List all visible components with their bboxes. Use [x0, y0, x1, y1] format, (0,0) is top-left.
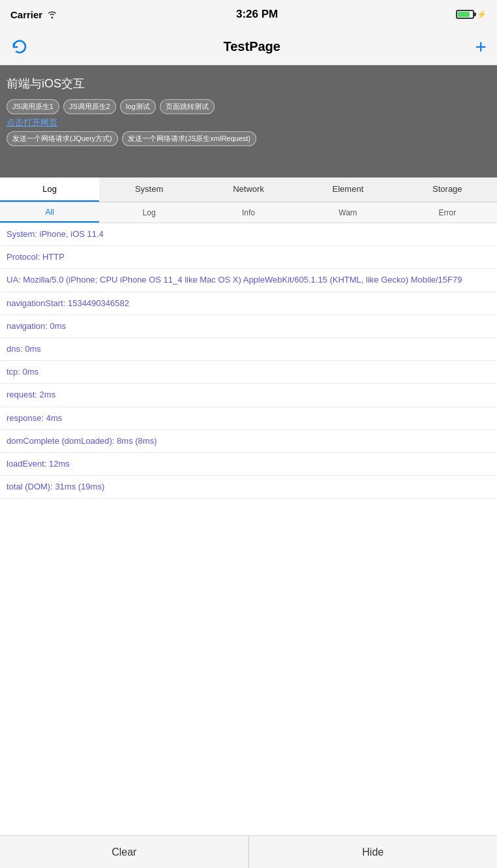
sub-tab-info[interactable]: Info	[199, 202, 298, 223]
status-bar-left: Carrier	[10, 9, 58, 20]
sub-tabs: All Log Info Warn Error	[0, 202, 497, 223]
tab-log[interactable]: Log	[0, 178, 99, 202]
web-btn-log[interactable]: log测试	[120, 99, 156, 114]
log-item: request: 2ms	[0, 384, 497, 407]
sub-tab-error[interactable]: Error	[398, 202, 497, 223]
main-container: 前端与iOS交互 JS调用原生1 JS调用原生2 log测试 页面跳转测试 点击…	[0, 65, 497, 868]
log-area: System: iPhone, iOS 11.4Protocol: HTTPUA…	[0, 223, 497, 868]
charging-icon: ⚡	[477, 10, 487, 19]
nav-bar: TestPage +	[0, 29, 497, 65]
web-btn-network-xhr[interactable]: 发送一个网络请求(JS原生xmlRequest)	[122, 131, 256, 146]
log-item: tcp: 0ms	[0, 361, 497, 384]
log-item: dns: 0ms	[0, 338, 497, 361]
sub-tab-all[interactable]: All	[0, 202, 99, 223]
status-bar: Carrier 3:26 PM ⚡	[0, 0, 497, 29]
clear-button[interactable]: Clear	[0, 836, 249, 868]
web-content-title: 前端与iOS交互	[7, 76, 490, 91]
log-item: Protocol: HTTP	[0, 246, 497, 269]
log-item: System: iPhone, iOS 11.4	[0, 223, 497, 246]
sub-tab-log[interactable]: Log	[99, 202, 198, 223]
refresh-button[interactable]	[10, 38, 29, 56]
log-item: domComplete (domLoaded): 8ms (8ms)	[0, 430, 497, 453]
tab-network[interactable]: Network	[199, 178, 298, 202]
open-page-link[interactable]: 点击打开网页	[7, 117, 490, 129]
status-bar-right: ⚡	[456, 10, 487, 19]
log-content: System: iPhone, iOS 11.4Protocol: HTTPUA…	[0, 223, 497, 868]
svg-point-0	[52, 17, 53, 19]
web-button-row: JS调用原生1 JS调用原生2 log测试 页面跳转测试	[7, 99, 490, 114]
battery-icon	[456, 10, 474, 19]
log-item: navigationStart: 1534490346582	[0, 292, 497, 315]
log-item: total (DOM): 31ms (19ms)	[0, 476, 497, 499]
bottom-bar: Clear Hide	[0, 835, 497, 868]
sub-tab-warn[interactable]: Warn	[298, 202, 397, 223]
web-btn-2[interactable]: JS调用原生2	[63, 99, 116, 114]
web-btn-nav[interactable]: 页面跳转测试	[160, 99, 215, 114]
log-item: UA: Mozilla/5.0 (iPhone; CPU iPhone OS 1…	[0, 269, 497, 292]
log-item: response: 4ms	[0, 407, 497, 430]
log-item: loadEvent: 12ms	[0, 453, 497, 476]
hide-button[interactable]: Hide	[249, 836, 498, 868]
tab-system[interactable]: System	[99, 178, 198, 202]
tab-storage[interactable]: Storage	[398, 178, 497, 202]
carrier-label: Carrier	[10, 9, 42, 20]
page-title: TestPage	[224, 39, 280, 54]
devtools-tabs: Log System Network Element Storage	[0, 178, 497, 202]
tab-element[interactable]: Element	[298, 178, 397, 202]
status-bar-time: 3:26 PM	[236, 8, 278, 21]
web-content-area: 前端与iOS交互 JS调用原生1 JS调用原生2 log测试 页面跳转测试 点击…	[0, 65, 497, 178]
web-btn-1[interactable]: JS调用原生1	[7, 99, 59, 114]
add-button[interactable]: +	[475, 36, 487, 58]
log-item: navigation: 0ms	[0, 315, 497, 338]
battery-fill	[458, 12, 470, 17]
web-btn-network-jquery[interactable]: 发送一个网络请求(JQuery方式)	[7, 131, 118, 146]
wifi-icon	[46, 10, 58, 19]
